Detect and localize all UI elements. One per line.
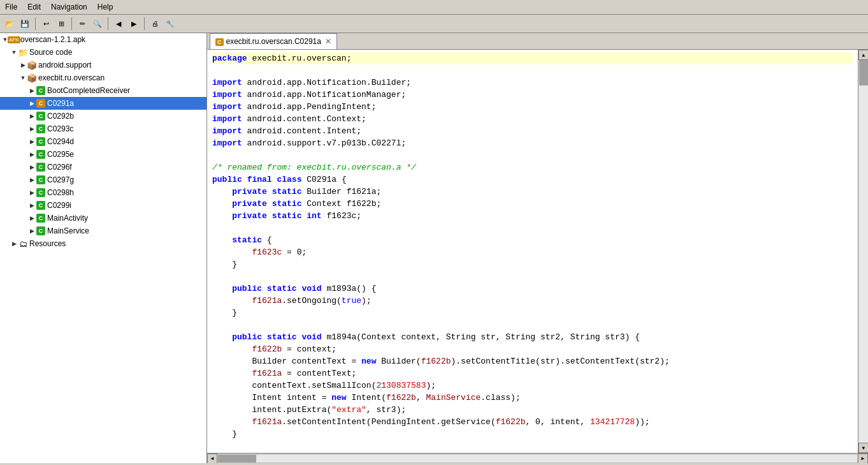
arrow-android-support: ▶ (19, 61, 27, 69)
scroll-down-button[interactable]: ▼ (858, 443, 868, 453)
arrow-c0294d: ▶ (28, 138, 36, 145)
tree-item-c0295e[interactable]: ▶ C C0295e (0, 148, 206, 161)
code-line-31: f1621a.setContentIntent(PendingIntent.ge… (212, 416, 853, 428)
arrow-c0291a: ▶ (28, 100, 36, 107)
tab-bar: C execbit.ru.overscan.C0291a ✕ (207, 33, 868, 50)
code-line-13: private static Context f1622b; (212, 198, 853, 210)
arrow-c0292b: ▶ (28, 112, 36, 120)
scroll-h-track[interactable] (217, 454, 858, 463)
right-panel: C execbit.ru.overscan.C0291a ✕ package e… (207, 33, 868, 463)
menu-edit[interactable]: Edit (25, 1, 43, 13)
tree-item-boot-completed[interactable]: ▶ C BootCompletedReceiver (0, 84, 206, 97)
scroll-up-button[interactable]: ▲ (858, 50, 868, 60)
tree-item-source-code[interactable]: ▼ 📁 Source code (0, 46, 206, 59)
tree-item-c0299i[interactable]: ▶ C C0299i (0, 199, 206, 212)
scroll-v-thumb[interactable] (859, 60, 868, 85)
tree-label-source-code: Source code (29, 48, 72, 57)
tree-label-c0297g: C0297g (47, 175, 74, 184)
scroll-left-button[interactable]: ◀ (207, 454, 217, 464)
code-line-29: Intent intent = new Intent(f1622b, MainS… (212, 392, 853, 404)
menu-navigation[interactable]: Navigation (48, 1, 90, 13)
tab-close-button[interactable]: ✕ (325, 38, 331, 45)
toolbar-separator-1 (35, 17, 36, 30)
arrow-c0293c: ▶ (28, 125, 36, 133)
tab-label: execbit.ru.overscan.C0291a (226, 37, 321, 46)
code-line-8: import android.support.v7.p013b.C0227l; (212, 137, 853, 149)
tree-item-main-activity[interactable]: ▶ C MainActivity (0, 212, 206, 225)
tab-c0291a[interactable]: C execbit.ru.overscan.C0291a ✕ (210, 33, 337, 49)
c0292b-icon: C (36, 111, 46, 121)
toolbar-settings[interactable]: 🔧 (163, 17, 177, 31)
code-line-22: } (212, 307, 853, 319)
code-line-11: public final class C0291a { (212, 173, 853, 186)
tree-item-c0294d[interactable]: ▶ C C0294d (0, 135, 206, 148)
toolbar-print[interactable]: 🖨 (148, 17, 162, 31)
menu-help[interactable]: Help (95, 1, 116, 13)
c0294d-icon: C (36, 137, 46, 147)
tree-item-c0293c[interactable]: ▶ C C0293c (0, 122, 206, 135)
tree-item-c0296f[interactable]: ▶ C C0296f (0, 161, 206, 173)
android-support-icon: 📦 (27, 60, 37, 70)
boot-completed-icon: C (36, 85, 46, 96)
tree-item-c0292b[interactable]: ▶ C C0292b (0, 110, 206, 122)
execbit-overscan-icon: 📦 (27, 73, 37, 83)
tree-label-main-service: MainService (47, 226, 89, 235)
arrow-c0295e: ▶ (28, 151, 36, 158)
toolbar-separator-2 (71, 17, 72, 30)
code-line-14: private static int f1623c; (212, 210, 853, 222)
tree-item-android-support[interactable]: ▶ 📦 android.support (0, 59, 206, 71)
code-line-5: import android.app.PendingIntent; (212, 101, 853, 113)
toolbar-save[interactable]: 💾 (18, 17, 32, 31)
code-line-1: package execbit.ru.overscan; (212, 52, 853, 64)
menu-file[interactable]: File (3, 1, 20, 13)
left-panel: ▼ APK overscan-1.2.1.apk ▼ 📁 Source code… (0, 33, 207, 463)
tree-label-c0296f: C0296f (47, 163, 72, 172)
c0293c-icon: C (36, 124, 46, 134)
toolbar-open[interactable]: 📂 (3, 17, 17, 31)
code-line-30: intent.putExtra("extra", str3); (212, 404, 853, 416)
toolbar-edit[interactable]: ✏ (75, 17, 89, 31)
toolbar-forward[interactable]: ▶ (127, 17, 141, 31)
tree-label-execbit-overscan: execbit.ru.overscan (38, 73, 105, 82)
tree-label-c0299i: C0299i (47, 201, 71, 210)
toolbar-undo[interactable]: ↩ (39, 17, 53, 31)
tree-label-c0295e: C0295e (47, 150, 74, 159)
arrow-c0299i: ▶ (28, 202, 36, 209)
tree-item-c0297g[interactable]: ▶ C C0297g (0, 173, 206, 186)
tree-label-c0294d: C0294d (47, 137, 74, 146)
tree-label-android-support: android.support (38, 61, 91, 70)
code-line-19 (212, 270, 853, 283)
toolbar-search[interactable]: 🔍 (90, 17, 105, 31)
tree-label-c0298h: C0298h (47, 188, 74, 197)
toolbar-back[interactable]: ◀ (112, 17, 126, 31)
code-line-26: Builder contentText = new Builder(f1622b… (212, 355, 853, 367)
tree-item-apk-root[interactable]: ▼ APK overscan-1.2.1.apk (0, 33, 206, 46)
scroll-h-thumb[interactable] (218, 455, 256, 462)
code-line-2 (212, 64, 853, 77)
code-editor[interactable]: package execbit.ru.overscan; import andr… (207, 50, 858, 453)
c0295e-icon: C (36, 149, 46, 159)
tree-item-c0291a[interactable]: ▶ C C0291a (0, 97, 206, 110)
main-layout: ▼ APK overscan-1.2.1.apk ▼ 📁 Source code… (0, 33, 868, 463)
code-line-32: } (212, 428, 853, 440)
tree-item-c0298h[interactable]: ▶ C C0298h (0, 186, 206, 199)
scroll-right-button[interactable]: ▶ (858, 454, 868, 464)
arrow-source-code: ▼ (10, 48, 18, 56)
code-line-7: import android.content.Intent; (212, 125, 853, 137)
scroll-v-track[interactable] (858, 60, 868, 443)
arrow-boot-completed: ▶ (28, 87, 36, 94)
code-line-25: f1622b = context; (212, 343, 853, 355)
resources-icon: 🗂 (18, 239, 28, 249)
tree-item-main-service[interactable]: ▶ C MainService (0, 225, 206, 237)
toolbar-separator-4 (144, 17, 145, 30)
arrow-c0296f: ▶ (28, 163, 36, 171)
arrow-resources: ▶ (10, 240, 18, 247)
tree-label-apk-root: overscan-1.2.1.apk (20, 35, 85, 44)
tree-label-c0291a: C0291a (47, 99, 74, 108)
apk-icon: APK (9, 34, 19, 45)
tree-item-resources[interactable]: ▶ 🗂 Resources (0, 237, 206, 250)
code-line-6: import android.content.Context; (212, 113, 853, 125)
toolbar-grid[interactable]: ⊞ (54, 17, 68, 31)
code-line-21: f1621a.setOngoing(true); (212, 295, 853, 307)
tree-item-execbit-overscan[interactable]: ▼ 📦 execbit.ru.overscan (0, 71, 206, 84)
